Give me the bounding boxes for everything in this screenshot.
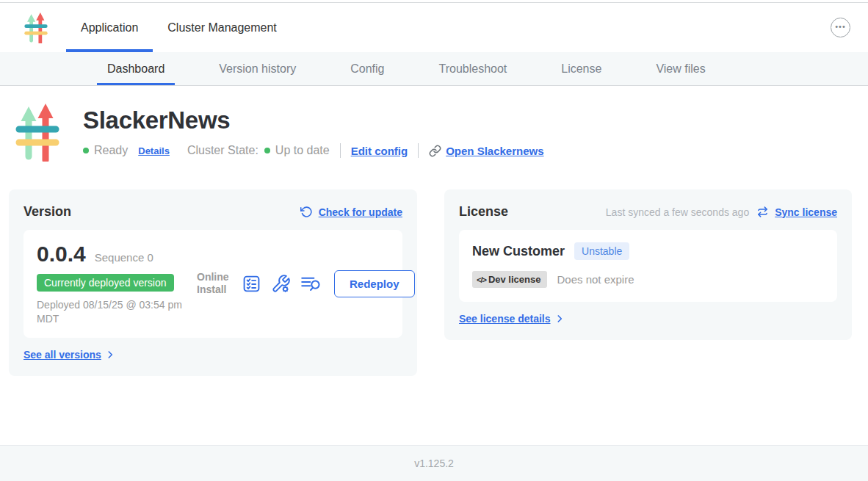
install-type-label: Online Install	[197, 271, 232, 297]
current-version-panel: 0.0.4 Sequence 0 Currently deployed vers…	[23, 230, 402, 338]
link-chain-icon	[429, 145, 441, 157]
app-header: SlackerNews Ready Details Cluster State:…	[0, 86, 868, 164]
divider	[340, 143, 341, 158]
see-all-versions-link[interactable]: See all versions	[23, 349, 115, 361]
cluster-state-label: Cluster State:	[187, 144, 258, 157]
last-synced-text: Last synced a few seconds ago	[606, 206, 749, 218]
app-status-row: Ready Details Cluster State: Up to date …	[83, 143, 544, 158]
license-expiry: Does not expire	[557, 273, 634, 286]
license-type-badge: </> Dev license	[472, 271, 547, 288]
tab-config[interactable]: Config	[340, 52, 394, 85]
config-wrench-icon[interactable]	[271, 274, 291, 294]
subtab-label: View files	[656, 62, 705, 76]
top-nav: Application Cluster Management •••	[0, 2, 868, 52]
redeploy-button[interactable]: Redeploy	[334, 270, 415, 297]
sync-license-label: Sync license	[775, 206, 837, 218]
open-app-label: Open Slackernews	[446, 145, 543, 157]
console-footer: v1.125.2	[0, 445, 868, 481]
nav-spacer	[292, 3, 831, 52]
nav-tab-label: Application	[81, 21, 138, 35]
version-sequence: Sequence 0	[95, 251, 153, 264]
subtab-label: Troubleshoot	[438, 62, 507, 76]
cluster-state-dot	[264, 148, 270, 153]
version-card-title: Version	[23, 204, 71, 220]
sync-arrows-icon	[756, 206, 769, 218]
see-license-details-label: See license details	[459, 313, 551, 325]
refresh-icon	[300, 206, 313, 218]
see-license-details-link[interactable]: See license details	[459, 313, 565, 325]
deploy-logs-icon[interactable]	[300, 275, 322, 293]
nav-tab-label: Cluster Management	[167, 21, 277, 35]
subtab-label: Dashboard	[107, 62, 164, 76]
app-logo-small[interactable]	[24, 12, 48, 43]
customer-name: New Customer	[472, 244, 565, 259]
deployed-badge: Currently deployed version	[37, 274, 174, 292]
app-sub-nav: Dashboard Version history Config Trouble…	[0, 52, 868, 86]
console-version: v1.125.2	[414, 458, 454, 469]
license-card: License Last synced a few seconds ago Sy…	[444, 189, 852, 340]
license-type-label: Dev license	[488, 274, 541, 285]
sync-license-link[interactable]: Sync license	[756, 206, 837, 218]
tab-license[interactable]: License	[551, 52, 612, 85]
license-card-title: License	[459, 204, 508, 220]
license-details-panel: New Customer Unstable </> Dev license Do…	[459, 230, 837, 302]
subtab-label: Version history	[219, 62, 296, 76]
nav-tab-cluster-management[interactable]: Cluster Management	[153, 3, 292, 52]
tab-dashboard[interactable]: Dashboard	[97, 52, 175, 85]
see-all-versions-label: See all versions	[23, 349, 101, 361]
dashboard-cards: Version Check for update 0.0.4 Sequence …	[0, 164, 868, 376]
chevron-right-icon	[105, 350, 115, 360]
status-details-link[interactable]: Details	[138, 145, 170, 156]
divider	[418, 143, 419, 158]
chevron-right-icon	[554, 314, 565, 324]
overflow-menu-button[interactable]: •••	[831, 18, 850, 37]
check-for-update-label: Check for update	[319, 206, 402, 218]
deployed-timestamp: Deployed 08/15/25 @ 03:54 pm MDT	[37, 298, 197, 326]
nav-tab-application[interactable]: Application	[66, 3, 153, 52]
subtab-label: Config	[350, 62, 384, 76]
version-number: 0.0.4	[37, 242, 86, 267]
subtab-label: License	[561, 62, 601, 76]
version-card: Version Check for update 0.0.4 Sequence …	[9, 189, 417, 376]
app-status-text: Ready	[94, 144, 128, 157]
app-status-dot	[83, 148, 89, 153]
code-icon: </>	[477, 275, 486, 284]
edit-config-link[interactable]: Edit config	[351, 145, 408, 157]
cluster-state-text: Up to date	[275, 144, 330, 157]
ellipsis-icon: •••	[835, 22, 846, 31]
open-app-link[interactable]: Open Slackernews	[429, 145, 543, 157]
preflight-checks-icon[interactable]	[242, 274, 261, 294]
page-title: SlackerNews	[83, 106, 544, 134]
app-logo-large	[15, 102, 59, 164]
tab-view-files[interactable]: View files	[645, 52, 715, 85]
tab-version-history[interactable]: Version history	[209, 52, 306, 85]
tab-troubleshoot[interactable]: Troubleshoot	[428, 52, 517, 85]
channel-badge: Unstable	[574, 242, 629, 260]
check-for-update-link[interactable]: Check for update	[300, 206, 402, 218]
